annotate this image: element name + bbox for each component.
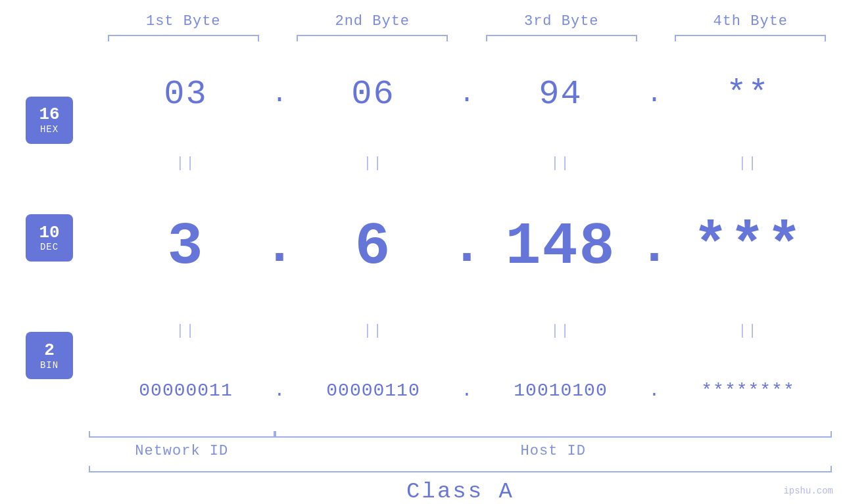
- host-id-label: Host ID: [275, 443, 833, 459]
- eq2-3: ||: [477, 323, 644, 339]
- bin-data-row: 00000011 . 00000110 . 10010100 .: [102, 380, 832, 401]
- badge-bin-number: 2: [44, 341, 55, 360]
- eq2-1: ||: [102, 323, 270, 339]
- hex-val-4: **: [726, 75, 769, 114]
- byte-label-1: 1st Byte: [89, 13, 278, 30]
- bin-cell-4: ********: [664, 380, 832, 401]
- hex-cell-2: 06: [289, 75, 457, 114]
- eq1-3: ||: [477, 155, 644, 172]
- hex-data-row: 03 . 06 . 94 . **: [102, 75, 832, 114]
- id-labels-row: Network ID Host ID: [89, 443, 832, 459]
- hex-val-2: 06: [351, 75, 395, 114]
- header-row: 1st Byte 2nd Byte 3rd Byte 4th Byte: [0, 0, 845, 30]
- dec-val-3: 148: [505, 214, 616, 281]
- bin-dot-2: .: [457, 380, 477, 401]
- bin-cell-3: 10010100: [477, 380, 644, 401]
- dec-val-2: 6: [354, 214, 391, 281]
- bracket-line-3: [486, 35, 637, 41]
- hex-cell-3: 94: [477, 75, 644, 114]
- dec-cell-1: 3: [102, 214, 270, 281]
- network-id-label: Network ID: [89, 443, 275, 459]
- bin-cell-2: 00000110: [289, 380, 457, 401]
- dec-val-4: ***: [692, 214, 803, 281]
- eq2-2: ||: [289, 323, 457, 339]
- bottom-section: Network ID Host ID Class A: [0, 431, 845, 504]
- top-brackets: [0, 35, 845, 41]
- badge-hex: 16 HEX: [26, 97, 73, 144]
- byte-label-2: 2nd Byte: [278, 13, 468, 30]
- hex-dot-2: .: [457, 80, 477, 109]
- bin-cell-1: 00000011: [102, 380, 270, 401]
- eq2-4: ||: [664, 323, 832, 339]
- bracket-3: [467, 35, 656, 41]
- badge-bin: 2 BIN: [26, 332, 73, 379]
- bracket-1: [89, 35, 278, 41]
- bin-dot-3: .: [644, 380, 664, 401]
- dec-cell-3: 148: [477, 214, 644, 281]
- hex-dot-1: .: [270, 80, 289, 109]
- watermark: ipshu.com: [783, 486, 833, 496]
- bin-val-2: 00000110: [326, 380, 420, 401]
- content-area: 16 HEX 10 DEC 2 BIN 03 .: [0, 48, 845, 428]
- bracket-2: [278, 35, 468, 41]
- hex-cell-4: **: [664, 75, 832, 114]
- badge-dec-label: DEC: [40, 242, 59, 252]
- dec-dot-1: .: [270, 217, 289, 277]
- bracket-line-1: [108, 35, 259, 41]
- hex-val-1: 03: [164, 75, 207, 114]
- hex-val-3: 94: [539, 75, 582, 114]
- class-bracket: [89, 466, 832, 472]
- host-bracket: [275, 431, 833, 438]
- bin-val-4: ********: [701, 380, 794, 401]
- equals-row-1: || || || ||: [102, 154, 832, 173]
- rows-area: 03 . 06 . 94 . **: [89, 48, 845, 428]
- class-label: Class A: [89, 479, 832, 504]
- bin-val-1: 00000011: [139, 380, 232, 401]
- bracket-line-2: [297, 35, 448, 41]
- dec-val-1: 3: [167, 214, 204, 281]
- bin-val-3: 10010100: [514, 380, 607, 401]
- dec-dot-3: .: [644, 217, 664, 277]
- badges-column: 16 HEX 10 DEC 2 BIN: [0, 48, 89, 428]
- badge-hex-label: HEX: [40, 124, 59, 135]
- badge-dec: 10 DEC: [26, 214, 73, 262]
- byte-label-3: 3rd Byte: [467, 13, 656, 30]
- dec-cell-4: ***: [664, 214, 832, 281]
- hex-dot-3: .: [644, 80, 664, 109]
- eq1-1: ||: [102, 155, 270, 172]
- badge-dec-number: 10: [39, 223, 59, 242]
- dec-cell-2: 6: [289, 214, 457, 281]
- eq1-4: ||: [664, 155, 832, 172]
- network-bracket: [89, 431, 275, 438]
- hex-cell-1: 03: [102, 75, 270, 114]
- badge-bin-label: BIN: [40, 360, 59, 371]
- bottom-brackets-row: [89, 431, 832, 438]
- badge-hex-number: 16: [39, 105, 59, 124]
- equals-row-2: || || || ||: [102, 321, 832, 340]
- eq1-2: ||: [289, 155, 457, 172]
- dec-dot-2: .: [457, 217, 477, 277]
- main-container: 1st Byte 2nd Byte 3rd Byte 4th Byte 16 H…: [0, 0, 845, 504]
- bin-dot-1: .: [270, 380, 289, 401]
- dec-data-row: 3 . 6 . 148 . ***: [102, 214, 832, 281]
- bracket-4: [656, 35, 846, 41]
- bracket-line-4: [675, 35, 826, 41]
- class-row: Class A: [89, 466, 832, 504]
- byte-label-4: 4th Byte: [656, 13, 846, 30]
